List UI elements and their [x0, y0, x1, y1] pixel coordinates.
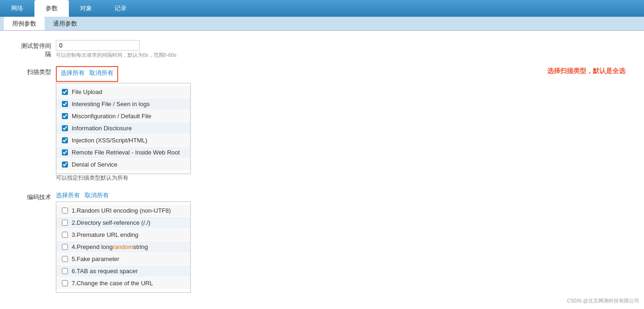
main-content: 测试暂停间隔 可以控制每次请求的间隔时间，默认为0s，范围0-60s 扫描类型 …	[0, 31, 644, 309]
scan-type-item-0: File Upload	[56, 86, 190, 98]
scan-type-checkbox-5[interactable]	[62, 149, 68, 155]
encode-dropdown: 1.Random URI encoding (non-UTF8) 2.Direc…	[56, 202, 191, 293]
encode-item-label-0: 1.Random URI encoding (non-UTF8)	[72, 207, 171, 214]
scan-type-row: 扫描类型 选择所有 取消所有 File Upload Interesting F…	[19, 66, 625, 184]
scan-type-label: 扫描类型	[19, 66, 56, 76]
encode-item-label-3-suffix: string	[133, 243, 148, 250]
scan-type-item-label-2: Misconfiguration / Default File	[72, 113, 151, 120]
scan-type-item-label-6: Denial of Service	[72, 161, 117, 168]
encode-item-4: 5.Fake parameter	[56, 253, 190, 265]
encode-item-label-4: 5.Fake parameter	[72, 255, 120, 262]
encode-item-5: 6.TAB as request spacer	[56, 265, 190, 277]
tab-records[interactable]: 记录	[103, 0, 138, 17]
sub-navigation: 用例参数 通用参数	[0, 17, 644, 31]
encode-item-3: 4.Prepend long random string	[56, 241, 190, 253]
watermark: CSDN @北京网测科技有限公司	[567, 297, 639, 304]
scan-type-checkbox-4[interactable]	[62, 137, 68, 143]
encode-tech-label: 编码技术	[19, 191, 56, 202]
encode-item-6: 7.Change the case of the URL	[56, 277, 190, 289]
tab-case-params[interactable]: 用例参数	[4, 17, 45, 30]
encode-item-1: 2.Directory self-reference (/./)	[56, 217, 190, 228]
scan-type-item-4: Injection (XSS/Script/HTML)	[56, 134, 190, 146]
encode-checkbox-4[interactable]	[62, 256, 68, 262]
scan-type-control-area: 选择所有 取消所有 File Upload Interesting File /…	[56, 66, 533, 184]
encode-item-label-1: 2.Directory self-reference (/./)	[72, 219, 150, 226]
scan-type-item-2: Misconfiguration / Default File	[56, 110, 190, 122]
encode-checkbox-1[interactable]	[62, 220, 68, 226]
tab-network[interactable]: 网络	[0, 0, 34, 17]
cancel-all-scan-link[interactable]: 取消所有	[89, 69, 114, 77]
scan-type-item-5: Remote File Retrieval - Inside Web Root	[56, 147, 190, 158]
scan-type-checkbox-1[interactable]	[62, 101, 68, 107]
tab-general-params[interactable]: 通用参数	[45, 17, 86, 30]
tab-objects[interactable]: 对象	[69, 0, 103, 17]
encode-item-label-3-highlight: random	[113, 243, 133, 250]
encode-links: 选择所有 取消所有	[56, 191, 625, 200]
scan-type-item-6: Denial of Service	[56, 159, 190, 170]
scan-type-checkbox-3[interactable]	[62, 125, 68, 131]
scan-type-links: 选择所有 取消所有	[60, 69, 114, 77]
scan-type-dropdown: File Upload Interesting File / Seen in l…	[56, 83, 191, 174]
scan-type-item-label-5: Remote File Retrieval - Inside Web Root	[72, 149, 180, 156]
cancel-all-encode-link[interactable]: 取消所有	[85, 191, 109, 200]
encode-item-label-6: 7.Change the case of the URL	[72, 280, 153, 287]
scan-type-item-3: Information Disclosure	[56, 122, 190, 134]
encode-item-2: 3.Premature URL ending	[56, 229, 190, 241]
scan-type-checkbox-2[interactable]	[62, 113, 68, 119]
scan-type-item-1: Interesting File / Seen in logs	[56, 98, 190, 110]
scan-type-item-label-4: Injection (XSS/Script/HTML)	[72, 137, 148, 144]
scan-type-hint: 可以指定扫描类型默认为所有	[56, 174, 533, 182]
encode-checkbox-6[interactable]	[62, 280, 68, 286]
tab-params[interactable]: 参数	[34, 0, 69, 17]
select-all-scan-link[interactable]: 选择所有	[60, 69, 85, 77]
scan-type-checkbox-0[interactable]	[62, 89, 68, 95]
encode-item-0: 1.Random URI encoding (non-UTF8)	[56, 205, 190, 216]
encode-item-label-2: 3.Premature URL ending	[72, 231, 138, 238]
encode-item-label-5: 6.TAB as request spacer	[72, 268, 138, 275]
scan-type-annotation: 选择扫描类型，默认是全选	[547, 66, 625, 75]
encode-checkbox-5[interactable]	[62, 268, 68, 274]
select-all-encode-link[interactable]: 选择所有	[56, 191, 80, 200]
encode-tech-control-area: 选择所有 取消所有 1.Random URI encoding (non-UTF…	[56, 191, 625, 293]
scan-type-item-label-0: File Upload	[72, 88, 102, 95]
pause-input[interactable]	[56, 40, 140, 51]
pause-hint: 可以控制每次请求的间隔时间，默认为0s，范围0-60s	[56, 52, 625, 59]
encode-checkbox-2[interactable]	[62, 232, 68, 238]
top-navigation: 网络 参数 对象 记录	[0, 0, 644, 17]
scan-type-item-label-1: Interesting File / Seen in logs	[72, 101, 150, 107]
pause-label: 测试暂停间隔	[19, 40, 56, 59]
encode-item-label-3-prefix: 4.Prepend long	[72, 243, 113, 250]
encode-tech-row: 编码技术 选择所有 取消所有 1.Random URI encoding (no…	[19, 191, 625, 293]
scan-type-item-label-3: Information Disclosure	[72, 125, 132, 132]
pause-interval-row: 测试暂停间隔 可以控制每次请求的间隔时间，默认为0s，范围0-60s	[19, 40, 625, 59]
pause-control-area: 可以控制每次请求的间隔时间，默认为0s，范围0-60s	[56, 40, 625, 59]
scan-type-checkbox-6[interactable]	[62, 161, 68, 168]
encode-checkbox-3[interactable]	[62, 244, 68, 250]
scan-type-box: 选择所有 取消所有	[56, 66, 118, 82]
encode-checkbox-0[interactable]	[62, 208, 68, 214]
